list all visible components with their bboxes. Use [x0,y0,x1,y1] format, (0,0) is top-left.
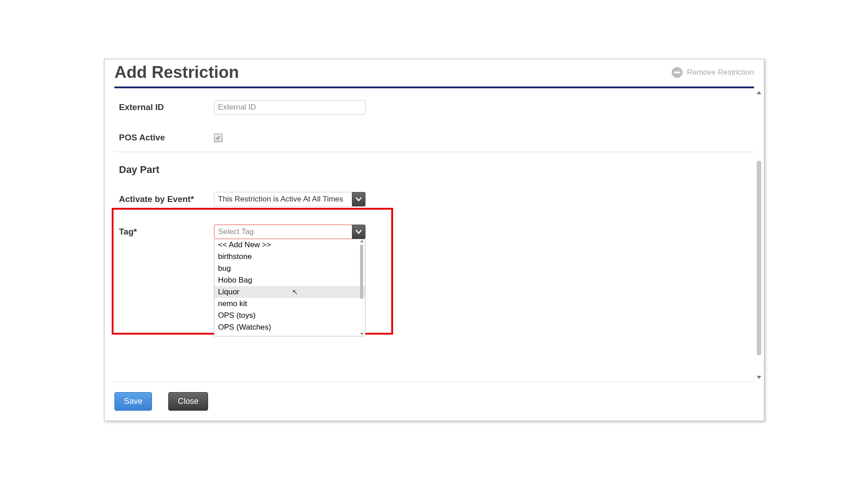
scroll-up-icon[interactable] [757,91,761,94]
add-restriction-modal: Add Restriction Remove Restriction Exter… [104,59,764,421]
modal-footer: Save Close [104,382,764,421]
scroll-down-icon[interactable] [360,333,364,335]
save-button[interactable]: Save [114,392,152,411]
label-pos-active: POS Active [114,133,214,143]
tag-list-scrollbar[interactable] [360,240,364,335]
external-id-input[interactable] [214,100,365,115]
tag-options-inner: << Add New >> birthstone bug Hobo Bag Li… [214,239,365,336]
tag-options-list[interactable]: << Add New >> birthstone bug Hobo Bag Li… [214,239,365,336]
minus-circle-icon [672,67,683,78]
scroll-down-icon[interactable] [757,376,761,379]
page-title: Add Restriction [114,63,239,82]
tag-dropdown-wrapper: Select Tag << Add New >> birthstone bug … [214,225,365,239]
tag-option-add-new[interactable]: << Add New >> [214,239,365,251]
tag-option-bug[interactable]: bug [214,263,365,274]
remove-restriction-label: Remove Restriction [687,68,754,77]
tag-toggle[interactable] [352,225,365,239]
row-external-id: External ID [114,100,754,115]
modal-header: Add Restriction Remove Restriction [104,59,764,84]
tag-option-birthstone[interactable]: birthstone [214,251,365,263]
chevron-down-icon [356,197,362,201]
tag-option-ops-watches[interactable]: OPS (Watches) [214,321,365,333]
activate-by-event-dropdown[interactable]: This Restriction is Active At All Times [214,192,365,206]
tag-option-liquor-label: Liquor [218,288,239,296]
label-activate-by-event: Activate by Event* [114,194,214,204]
activate-by-event-toggle[interactable] [352,192,365,206]
tag-option-hobo-bag[interactable]: Hobo Bag [214,274,365,286]
content-scrollbar[interactable] [757,161,761,355]
pointer-cursor-icon: ↖ [292,288,298,296]
day-part-heading: Day Part [119,164,754,176]
label-external-id: External ID [114,102,214,112]
remove-restriction-link[interactable]: Remove Restriction [672,67,754,78]
scrollbar-thumb[interactable] [757,161,761,355]
tag-option-nemo-kit[interactable]: nemo kit [214,298,365,310]
scrollbar-thumb[interactable] [360,244,363,299]
scroll-up-icon[interactable] [360,240,364,242]
tag-dropdown[interactable]: Select Tag [214,225,365,239]
section-divider [114,152,754,152]
modal-content: External ID POS Active ✓ Day Part Activa… [104,88,764,382]
close-button[interactable]: Close [168,392,208,411]
tag-option-liquor[interactable]: Liquor ↖ [214,286,365,298]
row-activate-by-event: Activate by Event* This Restriction is A… [114,192,754,206]
tag-option-ops-toys[interactable]: OPS (toys) [214,310,365,321]
pos-active-checkbox[interactable]: ✓ [214,134,223,142]
row-pos-active: POS Active ✓ [114,133,754,143]
label-tag: Tag* [114,227,214,237]
chevron-down-icon [356,230,362,234]
row-tag: Tag* Select Tag << Add New >> birthstone… [114,225,754,239]
tag-value[interactable]: Select Tag [214,225,352,239]
activate-by-event-value[interactable]: This Restriction is Active At All Times [214,192,352,206]
